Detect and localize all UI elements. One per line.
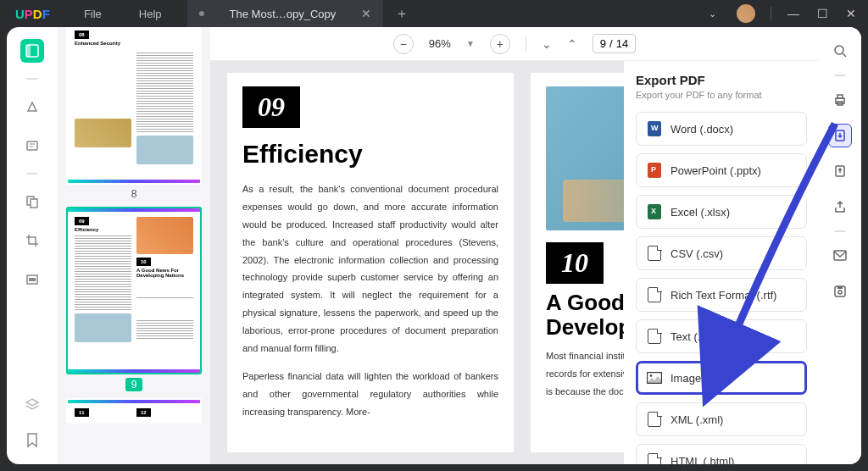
menu-file[interactable]: File (65, 8, 120, 20)
copy-tool[interactable] (20, 190, 44, 213)
export-html[interactable]: HTML (.html) (636, 444, 807, 464)
user-avatar[interactable] (737, 4, 755, 23)
save-button[interactable] (828, 280, 852, 303)
main-view: − 96% ▼ + ⌄ ⌃ 9 / 14 09 Efficiency As a … (210, 27, 819, 464)
export-txt[interactable]: Text (.txt) (636, 319, 807, 353)
layers-tool[interactable] (20, 393, 44, 417)
separator (26, 78, 38, 80)
print-button[interactable] (828, 88, 852, 112)
close-button[interactable]: ✕ (844, 7, 858, 20)
export-excel[interactable]: XExcel (.xlsx) (636, 195, 807, 229)
section-heading: Efficiency (242, 140, 498, 169)
thumbnails-tool[interactable] (20, 39, 44, 63)
svg-rect-8 (29, 278, 36, 281)
separator (834, 75, 846, 76)
section-badge: 10 (546, 242, 604, 284)
separator (526, 36, 526, 52)
body-text: As a result, the bank's conventional doc… (242, 180, 498, 357)
view-toolbar: − 96% ▼ + ⌄ ⌃ 9 / 14 (210, 27, 819, 61)
import-button[interactable] (828, 159, 852, 183)
tabs-dropdown-icon[interactable]: ⌄ (709, 8, 716, 19)
svg-rect-18 (834, 251, 846, 260)
page-indicator[interactable]: 9 / 14 (593, 34, 636, 53)
minimize-button[interactable]: — (787, 7, 800, 20)
mail-button[interactable] (828, 244, 852, 268)
export-image[interactable]: Image (636, 361, 807, 395)
thumbnail-page-8[interactable]: 08 Enhanced Security 8 (66, 27, 202, 200)
document-tab[interactable]: The Most…opy_Copy ✕ (187, 0, 384, 27)
panel-title: Export PDF (636, 73, 807, 87)
svg-rect-14 (837, 95, 843, 98)
panel-subtitle: Export your PDF to any format (636, 90, 807, 100)
zoom-level: 96% (429, 37, 451, 50)
doc-column-left: 09 Efficiency As a result, the bank's co… (227, 73, 514, 452)
thumbnail-number: 9 (125, 378, 142, 391)
thumbnail-page-10[interactable]: 11 12 (66, 398, 202, 424)
export-csv[interactable]: CSV (.csv) (636, 236, 807, 270)
svg-point-10 (650, 374, 653, 377)
scroll-down-button[interactable]: ⌄ (542, 37, 552, 51)
thumbnail-panel: 08 Enhanced Security 8 (58, 27, 210, 464)
separator (771, 7, 771, 20)
svg-rect-21 (837, 286, 843, 289)
svg-point-11 (835, 46, 843, 54)
export-word[interactable]: WWord (.docx) (636, 112, 807, 146)
tab-indicator-icon (199, 11, 204, 16)
export-powerpoint[interactable]: PPowerPoint (.pptx) (636, 153, 807, 187)
share-button[interactable] (828, 195, 852, 219)
export-panel: Export PDF Export your PDF to any format… (624, 61, 819, 464)
svg-line-12 (843, 53, 846, 57)
tab-title: The Most…opy_Copy (230, 8, 337, 20)
zoom-in-button[interactable]: + (490, 34, 510, 54)
maximize-button[interactable]: ☐ (815, 7, 829, 20)
app-logo: UPDF (0, 7, 65, 21)
export-button[interactable] (828, 124, 852, 147)
redact-tool[interactable] (20, 268, 44, 291)
svg-rect-2 (27, 141, 37, 150)
crop-tool[interactable] (20, 229, 44, 252)
bookmark-tool[interactable] (20, 429, 44, 452)
export-xml[interactable]: XML (.xml) (636, 402, 807, 436)
svg-rect-6 (31, 199, 37, 208)
comment-tool[interactable] (20, 134, 44, 158)
export-rtf[interactable]: Rich Text Format (.rtf) (636, 278, 807, 312)
titlebar: UPDF File Help The Most…opy_Copy ✕ ＋ ⌄ —… (0, 0, 868, 27)
svg-rect-1 (26, 45, 31, 57)
thumbnail-number: 8 (66, 188, 202, 200)
tab-close-icon[interactable]: ✕ (361, 7, 371, 20)
zoom-dropdown-icon[interactable]: ▼ (466, 39, 475, 48)
menu-help[interactable]: Help (120, 8, 181, 20)
right-rail (819, 27, 861, 464)
thumbnail-page-9[interactable]: 09 Efficiency 10 A Good News For Develop… (66, 207, 202, 391)
separator (26, 173, 38, 175)
new-tab-button[interactable]: ＋ (395, 5, 409, 23)
search-button[interactable] (828, 39, 852, 63)
section-badge: 09 (242, 86, 300, 128)
highlight-tool[interactable] (20, 95, 44, 119)
left-rail (7, 27, 58, 464)
image-icon (647, 370, 662, 385)
workspace: 08 Enhanced Security 8 (7, 27, 861, 464)
zoom-out-button[interactable]: − (393, 34, 414, 54)
scroll-up-button[interactable]: ⌃ (567, 37, 577, 51)
separator (834, 230, 846, 232)
svg-point-20 (838, 291, 842, 294)
body-text: Paperless financial data will lighten th… (242, 368, 498, 421)
